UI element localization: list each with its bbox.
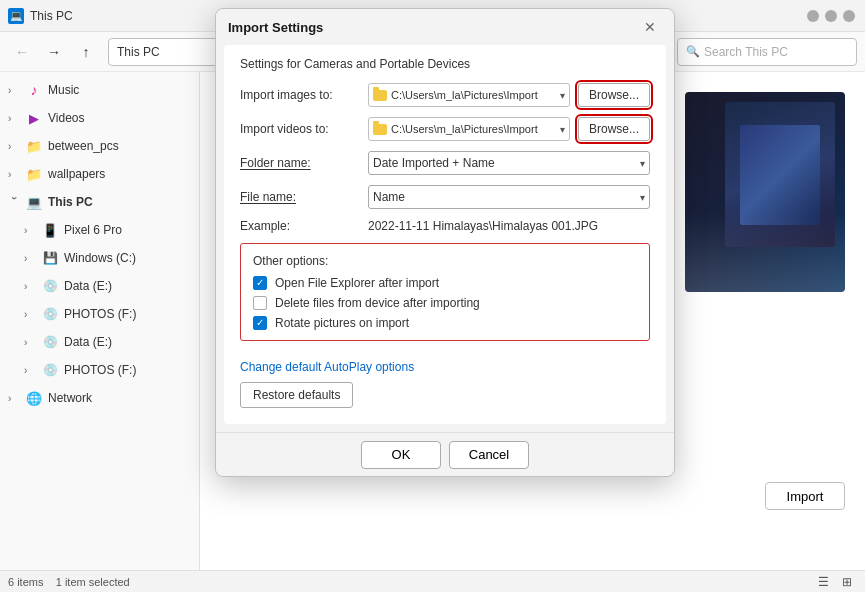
example-row: Example: 2022-11-11 Himalayas\Himalayas … xyxy=(240,219,650,233)
sidebar-item-data-e[interactable]: › 💿 Data (E:) xyxy=(0,272,199,300)
chevron-icon: › xyxy=(8,113,20,124)
file-name-label: File name: xyxy=(240,190,360,204)
grid-view-button[interactable]: ⊞ xyxy=(837,572,857,592)
file-name-value: Name xyxy=(373,190,405,204)
other-options-title: Other options: xyxy=(253,254,637,268)
music-icon: ♪ xyxy=(26,82,42,98)
dialog-close-button[interactable]: ✕ xyxy=(638,15,662,39)
checkbox-row-rotate-pictures: Rotate pictures on import xyxy=(253,316,637,330)
sidebar-item-label: Data (E:) xyxy=(64,279,112,293)
sidebar-item-music[interactable]: › ♪ Music xyxy=(0,76,199,104)
drive-icon: 💿 xyxy=(42,306,58,322)
folder-name-label: Folder name: xyxy=(240,156,360,170)
import-videos-path[interactable]: C:\Users\m_la\Pictures\Import ▾ xyxy=(368,117,570,141)
sidebar: › ♪ Music › ▶ Videos › 📁 between_pcs › 📁… xyxy=(0,72,200,570)
chevron-icon: › xyxy=(24,365,36,376)
minimize-icon[interactable] xyxy=(807,10,819,22)
browse-videos-button[interactable]: Browse... xyxy=(578,117,650,141)
sidebar-item-photos-f2[interactable]: › 💿 PHOTOS (F:) xyxy=(0,356,199,384)
sidebar-item-label: between_pcs xyxy=(48,139,119,153)
explorer-title: This PC xyxy=(30,9,73,23)
sidebar-item-pixel[interactable]: › 📱 Pixel 6 Pro xyxy=(0,216,199,244)
nav-up-button[interactable]: ↑ xyxy=(72,38,100,66)
status-bar: 6 items 1 item selected ☰ ⊞ xyxy=(0,570,865,592)
view-controls: ☰ ⊞ xyxy=(813,572,857,592)
drive-icon: 💿 xyxy=(42,334,58,350)
chevron-icon: › xyxy=(8,169,20,180)
cancel-button[interactable]: Cancel xyxy=(449,441,529,469)
chevron-icon: › xyxy=(24,337,36,348)
import-videos-label: Import videos to: xyxy=(240,122,360,136)
search-placeholder: Search This PC xyxy=(704,45,788,59)
chevron-icon: › xyxy=(8,141,20,152)
item-count: 6 items xyxy=(8,576,43,588)
file-name-row: File name: Name xyxy=(240,185,650,209)
status-items: 6 items 1 item selected xyxy=(8,576,130,588)
path-dropdown-icon: ▾ xyxy=(560,124,565,135)
chevron-down-icon: › xyxy=(9,196,20,208)
search-icon: 🔍 xyxy=(686,45,700,58)
folder-icon xyxy=(373,124,387,135)
folder-name-row: Folder name: Date Imported + Name xyxy=(240,151,650,175)
list-view-button[interactable]: ☰ xyxy=(813,572,833,592)
open-explorer-checkbox[interactable] xyxy=(253,276,267,290)
sidebar-item-network[interactable]: › 🌐 Network xyxy=(0,384,199,412)
dialog-body: Settings for Cameras and Portable Device… xyxy=(224,45,666,424)
import-images-label: Import images to: xyxy=(240,88,360,102)
import-button-area: Import xyxy=(765,482,845,510)
restore-defaults-button[interactable]: Restore defaults xyxy=(240,382,353,408)
pc-icon: 💻 xyxy=(26,194,42,210)
sidebar-item-label: PHOTOS (F:) xyxy=(64,363,136,377)
browse-images-button[interactable]: Browse... xyxy=(578,83,650,107)
file-name-dropdown[interactable]: Name xyxy=(368,185,650,209)
example-label: Example: xyxy=(240,219,360,233)
dialog-action-bar: OK Cancel xyxy=(216,432,674,476)
close-icon[interactable] xyxy=(843,10,855,22)
sidebar-item-windows-c[interactable]: › 💾 Windows (C:) xyxy=(0,244,199,272)
import-button[interactable]: Import xyxy=(765,482,845,510)
folder-name-value: Date Imported + Name xyxy=(373,156,495,170)
sidebar-item-label: Music xyxy=(48,83,79,97)
drive-icon: 💿 xyxy=(42,278,58,294)
sidebar-item-label: wallpapers xyxy=(48,167,105,181)
network-icon: 🌐 xyxy=(26,390,42,406)
sidebar-item-videos[interactable]: › ▶ Videos xyxy=(0,104,199,132)
path-dropdown-icon: ▾ xyxy=(560,90,565,101)
folder-name-dropdown[interactable]: Date Imported + Name xyxy=(368,151,650,175)
sidebar-item-label: Network xyxy=(48,391,92,405)
rotate-pictures-checkbox[interactable] xyxy=(253,316,267,330)
change-autoplay-link[interactable]: Change default AutoPlay options xyxy=(240,360,414,374)
maximize-icon[interactable] xyxy=(825,10,837,22)
ok-button[interactable]: OK xyxy=(361,441,441,469)
search-bar[interactable]: 🔍 Search This PC xyxy=(677,38,857,66)
selected-count: 1 item selected xyxy=(56,576,130,588)
import-images-path[interactable]: C:\Users\m_la\Pictures\Import ▾ xyxy=(368,83,570,107)
drive-icon: 💾 xyxy=(42,250,58,266)
videos-icon: ▶ xyxy=(26,110,42,126)
sidebar-item-label: Windows (C:) xyxy=(64,251,136,265)
checkbox-row-open-explorer: Open File Explorer after import xyxy=(253,276,637,290)
sidebar-item-data-e2[interactable]: › 💿 Data (E:) xyxy=(0,328,199,356)
address-text: This PC xyxy=(117,45,160,59)
pc-icon: 💻 xyxy=(8,8,24,24)
drive-icon: 💿 xyxy=(42,362,58,378)
chevron-down-icon xyxy=(640,192,645,203)
dialog-title: Import Settings xyxy=(228,20,323,35)
nav-forward-button[interactable]: → xyxy=(40,38,68,66)
chevron-down-icon xyxy=(640,158,645,169)
sidebar-item-photos-f[interactable]: › 💿 PHOTOS (F:) xyxy=(0,300,199,328)
section-title: Settings for Cameras and Portable Device… xyxy=(240,57,650,71)
chevron-icon: › xyxy=(24,225,36,236)
delete-files-checkbox[interactable] xyxy=(253,296,267,310)
dialog-titlebar: Import Settings ✕ xyxy=(216,9,674,45)
chevron-icon: › xyxy=(24,309,36,320)
sidebar-item-label: PHOTOS (F:) xyxy=(64,307,136,321)
sidebar-item-wallpapers[interactable]: › 📁 wallpapers xyxy=(0,160,199,188)
sidebar-item-label: Data (E:) xyxy=(64,335,112,349)
chevron-icon: › xyxy=(24,281,36,292)
example-value: 2022-11-11 Himalayas\Himalayas 001.JPG xyxy=(368,219,598,233)
folder-icon xyxy=(373,90,387,101)
sidebar-item-between-pcs[interactable]: › 📁 between_pcs xyxy=(0,132,199,160)
sidebar-item-this-pc[interactable]: › 💻 This PC xyxy=(0,188,199,216)
nav-back-button[interactable]: ← xyxy=(8,38,36,66)
